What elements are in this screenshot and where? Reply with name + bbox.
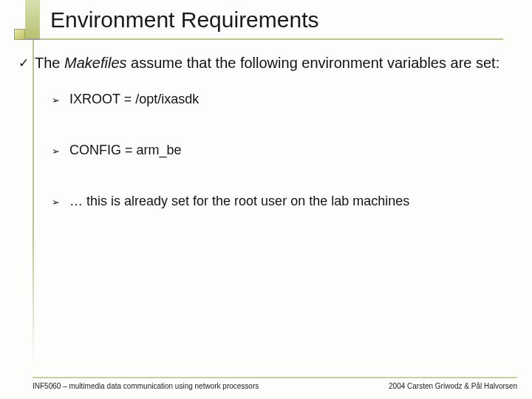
- item-text: … this is already set for the root user …: [69, 194, 510, 209]
- header-accent-square: [14, 29, 25, 40]
- header-accent-bar: [25, 0, 40, 40]
- slide-title: Environment Requirements: [50, 7, 319, 33]
- slide-footer: INF5060 – multimedia data communication …: [33, 377, 517, 390]
- list-item: ➢ IXROOT = /opt/ixasdk: [52, 92, 510, 107]
- check-icon: ✓: [18, 53, 35, 72]
- slide-body: ✓ The Makefiles assume that the followin…: [18, 53, 510, 209]
- arrow-icon: ➢: [52, 143, 69, 157]
- list-item: ➢ … this is already set for the root use…: [52, 194, 510, 209]
- footer-right: 2004 Carsten Griwodz & Pål Halvorsen: [389, 382, 517, 390]
- arrow-icon: ➢: [52, 92, 69, 106]
- intro-text: The Makefiles assume that the following …: [35, 53, 510, 72]
- item-text: CONFIG = arm_be: [69, 143, 510, 158]
- item-text: IXROOT = /opt/ixasdk: [69, 92, 510, 107]
- intro-pre: The: [35, 55, 64, 71]
- intro-italic: Makefiles: [64, 55, 126, 71]
- list-item: ➢ CONFIG = arm_be: [52, 143, 510, 158]
- intro-post: assume that the following environment va…: [127, 55, 500, 71]
- header-underline: [40, 38, 503, 40]
- intro-line: ✓ The Makefiles assume that the followin…: [18, 53, 510, 72]
- footer-left: INF5060 – multimedia data communication …: [33, 382, 259, 390]
- arrow-icon: ➢: [52, 194, 69, 208]
